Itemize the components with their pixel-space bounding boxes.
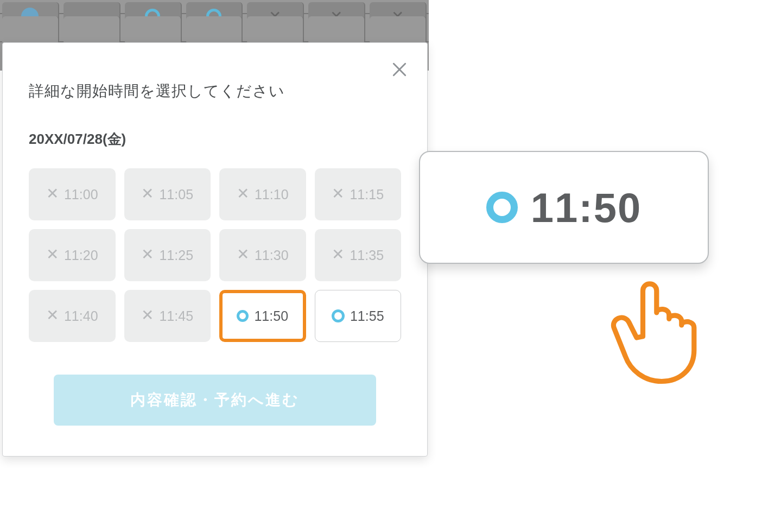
slot-label: 11:05 xyxy=(159,187,193,202)
time-slot-1150[interactable]: 11:50 xyxy=(219,290,306,342)
slot-label: 11:50 xyxy=(254,308,288,324)
time-slot-grid: ✕11:00 ✕11:05 ✕11:10 ✕11:15 ✕11:20 ✕11:2… xyxy=(29,168,401,342)
time-select-modal: 詳細な開始時間を選択してください 20XX/07/28(金) ✕11:00 ✕1… xyxy=(2,42,428,457)
x-icon: ✕ xyxy=(332,186,344,201)
slot-label: 11:30 xyxy=(255,248,289,263)
x-icon: ✕ xyxy=(332,247,344,262)
time-slot-1115: ✕11:15 xyxy=(315,168,402,220)
modal-title: 詳細な開始時間を選択してください xyxy=(29,81,401,102)
hand-pointer-icon xyxy=(599,263,724,388)
slot-label: 11:55 xyxy=(350,308,384,324)
x-icon: ✕ xyxy=(237,247,249,262)
modal-date: 20XX/07/28(金) xyxy=(29,130,401,149)
slot-label: 11:00 xyxy=(64,187,98,202)
x-icon: ✕ xyxy=(46,186,59,201)
close-button[interactable] xyxy=(388,58,411,81)
slot-label: 11:45 xyxy=(159,308,193,324)
x-icon: ✕ xyxy=(46,308,59,323)
x-icon: ✕ xyxy=(141,186,154,201)
callout-card[interactable]: 11:50 xyxy=(419,151,709,264)
time-slot-1105: ✕11:05 xyxy=(124,168,211,220)
x-icon: ✕ xyxy=(141,247,154,262)
time-slot-1155[interactable]: 11:55 xyxy=(315,290,402,342)
slot-label: 11:40 xyxy=(64,308,98,324)
time-slot-1130: ✕11:30 xyxy=(219,229,306,281)
x-icon: ✕ xyxy=(141,308,154,323)
x-icon: ✕ xyxy=(237,186,249,201)
time-slot-1100: ✕11:00 xyxy=(29,168,116,220)
slot-label: 11:15 xyxy=(350,187,384,202)
time-slot-1125: ✕11:25 xyxy=(124,229,211,281)
time-slot-1135: ✕11:35 xyxy=(315,229,402,281)
slot-label: 11:35 xyxy=(350,248,384,263)
time-slot-1145: ✕11:45 xyxy=(124,290,211,342)
slot-label: 11:20 xyxy=(64,248,98,263)
circle-icon xyxy=(237,310,249,322)
callout-time: 11:50 xyxy=(531,184,642,231)
time-slot-1110: ✕11:10 xyxy=(219,168,306,220)
confirm-button[interactable]: 内容確認・予約へ進む xyxy=(54,375,376,426)
circle-icon xyxy=(332,309,345,322)
slot-label: 11:25 xyxy=(159,248,193,263)
time-slot-1140: ✕11:40 xyxy=(29,290,116,342)
time-slot-1120: ✕11:20 xyxy=(29,229,116,281)
slot-label: 11:10 xyxy=(255,187,289,202)
circle-icon xyxy=(486,192,518,223)
x-icon: ✕ xyxy=(46,247,59,262)
